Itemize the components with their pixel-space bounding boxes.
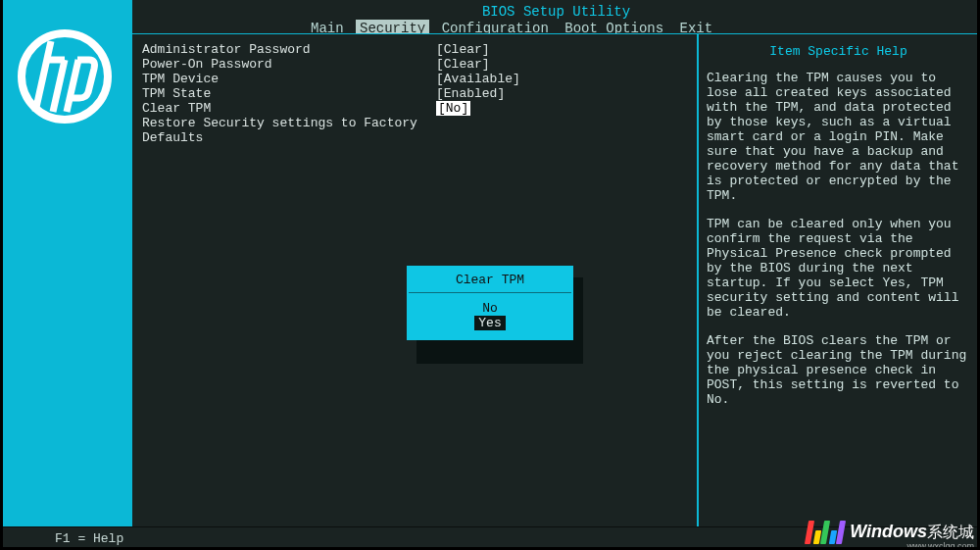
help-panel: Item Specific Help Clearing the TPM caus… xyxy=(697,34,980,526)
setting-row[interactable]: Power-On Password[Clear] xyxy=(142,57,693,72)
setting-label: TPM Device xyxy=(142,72,436,86)
hp-logo-icon xyxy=(16,27,114,125)
logo-pane xyxy=(0,0,132,550)
setting-row[interactable]: Administrator Password[Clear] xyxy=(142,42,693,57)
svg-line-2 xyxy=(53,60,65,112)
setting-label: Power-On Password xyxy=(142,57,436,72)
svg-line-3 xyxy=(67,60,78,112)
help-paragraph: Clearing the TPM causes you to lose all … xyxy=(707,71,970,203)
setting-value: [No] xyxy=(436,101,470,116)
setting-label: TPM State xyxy=(142,86,436,101)
dialog-option-yes[interactable]: Yes xyxy=(474,316,505,330)
help-paragraph: TPM can be cleared only when you confirm… xyxy=(707,217,970,320)
dialog-title: Clear TPM xyxy=(409,268,571,293)
setting-value: [Clear] xyxy=(436,42,490,57)
setting-label: Clear TPM xyxy=(142,101,436,116)
dialog-option-no[interactable]: No xyxy=(478,301,502,316)
setting-label: Restore Security settings to Factory Def… xyxy=(142,116,436,145)
help-title: Item Specific Help xyxy=(707,44,970,59)
help-paragraph: After the BIOS clears the TPM or you rej… xyxy=(707,333,970,407)
setting-row[interactable]: Restore Security settings to Factory Def… xyxy=(142,116,693,145)
settings-panel: Administrator Password[Clear]Power-On Pa… xyxy=(132,34,697,526)
clear-tpm-dialog: Clear TPM NoYes xyxy=(407,266,573,340)
setting-value: [Clear] xyxy=(436,57,490,72)
setting-row[interactable]: TPM Device[Available] xyxy=(142,72,693,86)
setting-row[interactable]: Clear TPM[No] xyxy=(142,101,693,116)
setting-label: Administrator Password xyxy=(142,42,436,57)
setting-value: [Available] xyxy=(436,72,520,86)
app-title: BIOS Setup Utility xyxy=(132,0,980,20)
svg-line-1 xyxy=(35,41,51,112)
setting-value: [Enabled] xyxy=(436,86,505,101)
setting-row[interactable]: TPM State[Enabled] xyxy=(142,86,693,101)
